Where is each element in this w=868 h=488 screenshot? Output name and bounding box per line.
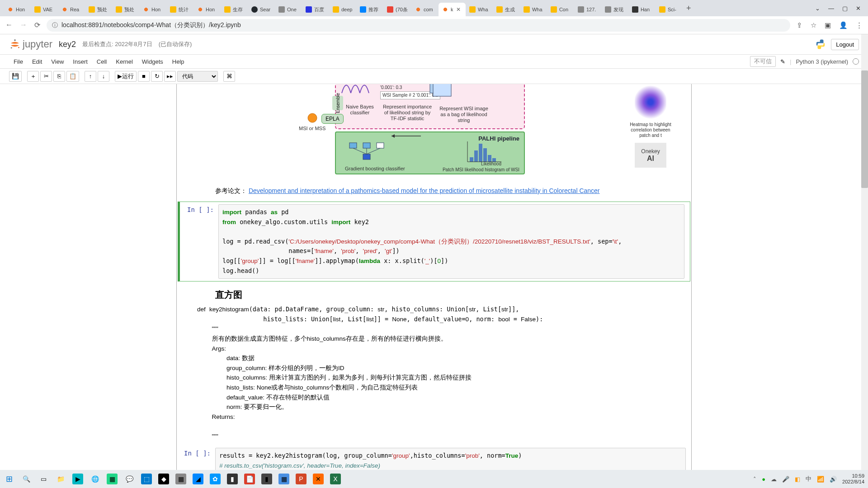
browser-tab[interactable]: Wha <box>520 3 547 16</box>
code-cell-2[interactable]: In [ ]: results = key2.key2histogram(log… <box>177 446 691 470</box>
browser-tab[interactable]: Sci- <box>656 3 683 16</box>
menu-edit[interactable]: Edit <box>28 56 47 67</box>
browser-tab[interactable]: Hon <box>193 3 221 16</box>
tray-chevron-icon[interactable]: ˄ <box>753 476 756 483</box>
run-button[interactable]: ▶ 运行 <box>115 71 137 82</box>
menu-file[interactable]: File <box>9 56 28 67</box>
browser-tab[interactable]: 发现 <box>601 3 628 16</box>
browser-tab[interactable]: 127. <box>574 3 601 16</box>
vscode-icon[interactable]: ⬚ <box>141 474 152 484</box>
jupyter-logo[interactable]: jupyter <box>9 38 52 50</box>
share-icon[interactable]: ⇪ <box>797 21 802 29</box>
browser-tab[interactable]: VAE <box>31 3 58 16</box>
interrupt-button[interactable]: ■ <box>138 71 150 82</box>
pdf-icon[interactable]: 📄 <box>244 474 255 484</box>
sidepanel-icon[interactable]: ▣ <box>825 21 831 29</box>
bookmark-icon[interactable]: ☆ <box>811 21 816 29</box>
reload-icon[interactable]: ⟳ <box>34 21 40 29</box>
save-button[interactable]: 💾 <box>9 71 22 82</box>
code-input-2[interactable]: results = key2.key2histogram(log, group_… <box>215 448 686 470</box>
task-view-icon[interactable]: ▭ <box>38 474 49 484</box>
notebook-name[interactable]: key2 <box>59 40 76 49</box>
browser-tab[interactable]: 生成 <box>493 3 520 16</box>
browser-menu-icon[interactable]: ⋮ <box>856 21 863 29</box>
markdown-h3[interactable]: 直方图 <box>177 282 691 304</box>
forward-icon[interactable]: → <box>20 21 27 29</box>
browser-tab[interactable]: Wha <box>466 3 493 16</box>
browser-tab[interactable]: Con <box>547 3 574 16</box>
pycharm-icon[interactable]: ▦ <box>107 474 118 484</box>
menu-view[interactable]: View <box>47 56 68 67</box>
tab-close-icon[interactable]: ✕ <box>456 6 461 13</box>
powerpoint-icon[interactable]: P <box>296 474 307 484</box>
cell-type-select[interactable]: 代码 <box>177 71 218 82</box>
paste-cell-button[interactable]: 📋 <box>66 71 79 82</box>
tray-icon[interactable]: ◧ <box>795 476 800 483</box>
minimize-icon[interactable]: — <box>828 5 834 12</box>
add-cell-button[interactable]: ＋ <box>27 71 39 82</box>
profile-icon[interactable]: 👤 <box>839 21 848 29</box>
app-icon[interactable]: ▶ <box>72 474 83 484</box>
excel-icon[interactable]: X <box>330 474 341 484</box>
menu-help[interactable]: Help <box>168 56 189 67</box>
back-icon[interactable]: ← <box>5 21 13 29</box>
file-explorer-icon[interactable]: 📁 <box>55 474 66 484</box>
chrome-icon[interactable]: 🌐 <box>90 474 100 484</box>
copy-cell-button[interactable]: ⎘ <box>53 71 65 82</box>
cmd-icon[interactable]: ▮ <box>261 474 272 484</box>
close-window-icon[interactable]: ✕ <box>856 5 861 12</box>
app-icon[interactable]: ▦ <box>175 474 186 484</box>
browser-tab[interactable]: com <box>411 3 439 16</box>
taskbar-clock[interactable]: 10:59 2022/8/14 <box>842 473 864 485</box>
app-icon[interactable]: ◢ <box>193 474 203 484</box>
trust-button[interactable]: 不可信 <box>750 56 776 67</box>
terminal-icon[interactable]: ▮ <box>227 474 238 484</box>
onedrive-icon[interactable]: ☁ <box>771 476 777 483</box>
wechat-icon[interactable]: 💬 <box>124 474 135 484</box>
browser-tab[interactable]: One <box>275 3 302 16</box>
mic-icon[interactable]: 🎤 <box>782 476 789 483</box>
browser-tab[interactable]: Han <box>628 3 656 16</box>
markdown-reference[interactable]: 参考论文： Development and interpretation of … <box>177 183 691 201</box>
browser-tab[interactable]: 预处 <box>112 3 139 16</box>
maximize-icon[interactable]: ▢ <box>842 5 848 12</box>
move-down-button[interactable]: ↓ <box>98 71 109 82</box>
browser-tab[interactable]: deep <box>329 3 356 16</box>
browser-tab[interactable]: Hon <box>4 3 31 16</box>
browser-tab[interactable]: 推荐 <box>356 3 383 16</box>
app-icon[interactable]: ◆ <box>158 474 169 484</box>
browser-tab[interactable]: (70条 <box>383 3 411 16</box>
kernel-name[interactable]: Python 3 (ipykernel) <box>796 58 848 65</box>
menu-kernel[interactable]: Kernel <box>111 56 137 67</box>
notebook-area[interactable]: '0.001': 0.3 WSI Sample # 2 '0.001': 0.5… <box>0 84 868 470</box>
browser-tab[interactable]: 生存 <box>221 3 248 16</box>
browser-tab[interactable]: k✕ <box>439 3 466 16</box>
ime-icon[interactable]: 中 <box>806 475 811 483</box>
browser-tab[interactable]: Rea <box>58 3 85 16</box>
restart-run-all-button[interactable]: ▸▸ <box>164 71 176 82</box>
browser-tab[interactable]: 统计 <box>166 3 193 16</box>
app-icon[interactable]: ✿ <box>210 474 221 484</box>
app-icon[interactable]: ✕ <box>313 474 324 484</box>
tray-icon[interactable]: ● <box>762 476 765 483</box>
browser-tab[interactable]: Hon <box>139 3 166 16</box>
menu-cell[interactable]: Cell <box>92 56 111 67</box>
search-icon[interactable]: 🔍 <box>21 474 32 484</box>
code-cell-1[interactable]: In [ ]: import pandas as pd from onekey_… <box>178 202 690 282</box>
menu-widgets[interactable]: Widgets <box>137 56 168 67</box>
menu-insert[interactable]: Insert <box>68 56 92 67</box>
scrollbar[interactable] <box>861 34 868 470</box>
browser-tab[interactable]: 百度 <box>302 3 329 16</box>
browser-tab[interactable]: Sear <box>248 3 275 16</box>
browser-tab[interactable]: 预处 <box>85 3 112 16</box>
command-palette-button[interactable]: ⌘ <box>223 71 235 82</box>
markdown-codeblock[interactable]: def key2histogram(data: pd.DataFrame, gr… <box>177 304 691 446</box>
logout-button[interactable]: Logout <box>831 39 859 50</box>
site-info-icon[interactable]: ⓘ <box>52 21 58 29</box>
wifi-icon[interactable]: 📶 <box>817 476 824 483</box>
move-up-button[interactable]: ↑ <box>85 71 96 82</box>
cut-cell-button[interactable]: ✂ <box>40 71 52 82</box>
scroll-thumb[interactable] <box>861 70 868 188</box>
restart-button[interactable]: ↻ <box>151 71 163 82</box>
tab-dropdown-icon[interactable]: ⌄ <box>815 5 820 12</box>
